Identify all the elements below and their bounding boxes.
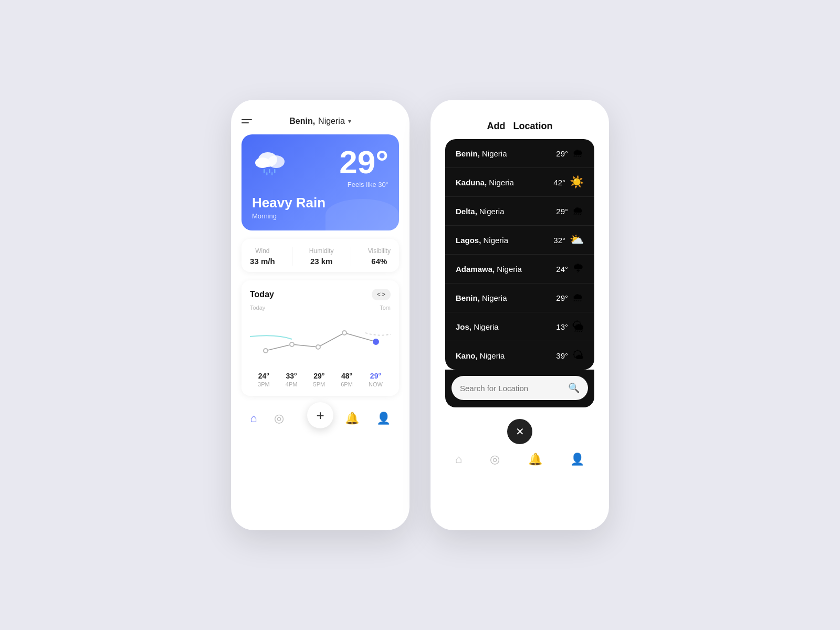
left-phone: Benin, Nigeria ▾ <box>231 100 410 530</box>
chart-graph <box>250 313 391 368</box>
location-selector[interactable]: Benin, Nigeria ▾ <box>289 117 351 126</box>
stat-divider-1 <box>292 247 292 266</box>
rain-cloud-icon: 🌧 <box>572 291 584 304</box>
time-item: 29°NOW <box>369 372 383 387</box>
location-row[interactable]: Lagos, Nigeria32°⛅ <box>445 226 594 255</box>
svg-point-9 <box>290 342 294 346</box>
time-label: 3PM <box>258 381 270 387</box>
partly-cloudy-icon: ⛅ <box>570 233 584 247</box>
location-right: 24°🌩 <box>556 262 584 276</box>
location-name: Kaduna, Nigeria <box>456 178 514 187</box>
time-item: 33°4PM <box>286 372 298 387</box>
location-row[interactable]: Delta, Nigeria29°🌧 <box>445 197 594 226</box>
location-icon[interactable]: ◎ <box>274 412 284 425</box>
location-temp: 29° <box>556 207 568 216</box>
time-item: 24°3PM <box>258 372 270 387</box>
temperature-section: 29° Feels like 30° <box>339 146 388 188</box>
time-label: 6PM <box>341 381 353 387</box>
wind-stat: Wind 33 m/h <box>250 247 275 266</box>
time-row: 24°3PM33°4PM29°5PM48°6PM29°NOW <box>250 372 391 387</box>
chart-label-today: Today <box>250 304 265 311</box>
svg-rect-4 <box>269 169 270 173</box>
right-home-icon[interactable]: ⌂ <box>455 453 462 466</box>
time-label: 4PM <box>286 381 298 387</box>
location-name: Delta, Nigeria <box>456 207 505 216</box>
sun-icon: ☀️ <box>570 175 584 189</box>
location-right: 42°☀️ <box>553 175 584 189</box>
humidity-value: 23 km <box>309 257 334 266</box>
time-label: NOW <box>369 381 383 387</box>
svg-rect-6 <box>266 172 268 175</box>
add-location-title-bold: Location <box>513 121 553 131</box>
location-row[interactable]: Kano, Nigeria39°🌤 <box>445 341 594 370</box>
add-location-button[interactable]: + <box>307 402 333 428</box>
weather-cloud-icon <box>252 146 294 182</box>
chart-nav-left: < <box>377 291 381 298</box>
search-input[interactable] <box>460 384 563 393</box>
location-temp: 32° <box>553 236 565 245</box>
location-right: 29°🌧 <box>556 291 584 304</box>
chart-labels-top: Today Tom <box>250 304 391 311</box>
rain-cloud-icon: 🌧 <box>572 204 584 218</box>
location-temp: 13° <box>556 322 568 331</box>
svg-point-1 <box>268 155 285 168</box>
home-icon[interactable]: ⌂ <box>250 412 257 425</box>
chart-title: Today <box>250 290 274 299</box>
location-right: 29°🌧 <box>556 204 584 218</box>
location-temp: 42° <box>553 178 565 187</box>
svg-rect-5 <box>274 169 276 173</box>
chart-header: Today < > <box>250 289 391 300</box>
location-row[interactable]: Jos, Nigeria13°🌦 <box>445 312 594 341</box>
wind-value: 33 m/h <box>250 257 275 266</box>
temperature-value: 29° <box>339 146 388 178</box>
phones-container: Benin, Nigeria ▾ <box>210 79 630 551</box>
stats-row: Wind 33 m/h Humidity 23 km Visibility 64… <box>242 239 399 272</box>
svg-point-10 <box>316 345 320 349</box>
location-row[interactable]: Benin, Nigeria29°🌧 <box>445 139 594 168</box>
time-temp: 48° <box>341 372 353 380</box>
location-row[interactable]: Kaduna, Nigeria42°☀️ <box>445 168 594 197</box>
location-name: Lagos, Nigeria <box>456 236 508 245</box>
svg-point-12 <box>373 339 379 344</box>
location-name: Adamawa, Nigeria <box>456 265 522 274</box>
profile-icon[interactable]: 👤 <box>376 412 391 425</box>
location-temp: 29° <box>556 149 568 158</box>
location-row[interactable]: Adamawa, Nigeria24°🌩 <box>445 255 594 284</box>
location-right: 13°🌦 <box>556 320 584 333</box>
thunder-icon: 🌩 <box>572 262 584 276</box>
svg-point-11 <box>342 331 346 335</box>
location-name: Benin, Nigeria <box>456 293 507 302</box>
wind-label: Wind <box>250 247 275 255</box>
search-bar[interactable]: 🔍 <box>452 376 588 400</box>
right-bottom-nav: ⌂ ◎ 🔔 👤 <box>441 447 598 469</box>
time-temp: 33° <box>286 372 298 380</box>
location-name: Jos, Nigeria <box>456 322 499 331</box>
visibility-label: Visibility <box>368 247 391 255</box>
close-button[interactable]: ✕ <box>507 419 532 444</box>
location-temp: 29° <box>556 293 568 302</box>
left-phone-header: Benin, Nigeria ▾ <box>242 110 399 134</box>
chevron-down-icon: ▾ <box>348 118 351 125</box>
right-profile-icon[interactable]: 👤 <box>570 453 584 466</box>
location-name: Kano, Nigeria <box>456 351 505 360</box>
locations-list: Benin, Nigeria29°🌧Kaduna, Nigeria42°☀️De… <box>445 139 594 370</box>
time-item: 48°6PM <box>341 372 353 387</box>
sunny-haze-icon: 🌤 <box>572 349 584 362</box>
time-label: 5PM <box>313 381 326 387</box>
right-location-icon[interactable]: ◎ <box>490 453 500 466</box>
menu-icon[interactable] <box>242 119 252 123</box>
svg-point-2 <box>255 158 270 168</box>
search-icon[interactable]: 🔍 <box>568 382 580 394</box>
bell-icon[interactable]: 🔔 <box>345 412 359 425</box>
search-bar-container: 🔍 <box>445 370 594 407</box>
right-bell-icon[interactable]: 🔔 <box>528 453 542 466</box>
feels-like-text: Feels like 30° <box>339 181 388 188</box>
country-name: Nigeria <box>318 117 345 126</box>
chart-nav-button[interactable]: < > <box>372 289 391 300</box>
rain-sun-icon: 🌦 <box>572 320 584 333</box>
location-row[interactable]: Benin, Nigeria29°🌧 <box>445 284 594 312</box>
location-right: 32°⛅ <box>553 233 584 247</box>
chart-label-tomorrow: Tom <box>380 304 391 311</box>
time-item: 29°5PM <box>313 372 326 387</box>
location-name: Benin, Nigeria <box>456 149 507 158</box>
